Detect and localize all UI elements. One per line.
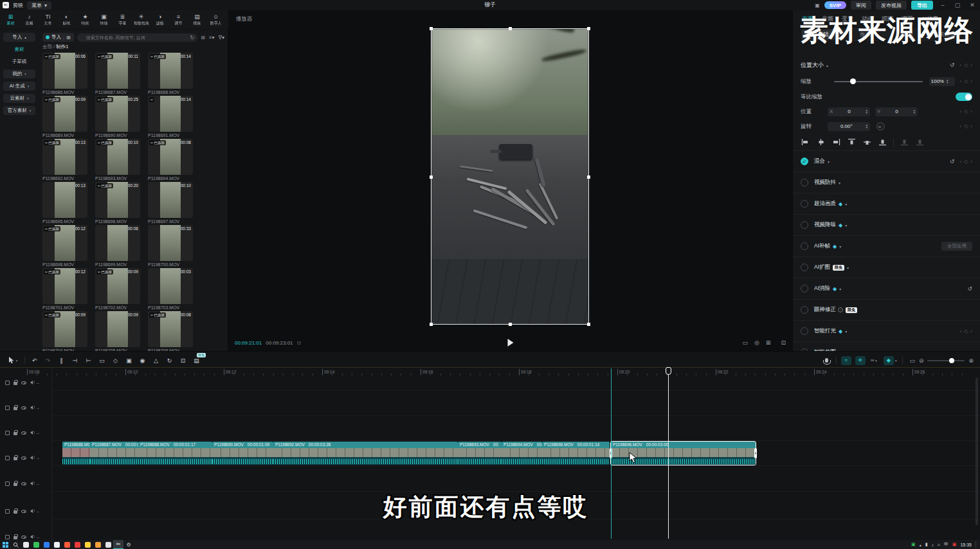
- freeze-frame-button[interactable]: ◉: [136, 356, 149, 366]
- transform-handle[interactable]: [509, 323, 512, 326]
- visibility-icon[interactable]: [21, 381, 26, 384]
- keyframe-controls[interactable]: ‹◇›: [960, 123, 973, 129]
- crop-button[interactable]: ▣: [122, 356, 136, 366]
- chevron-down-icon[interactable]: ▾: [839, 287, 841, 291]
- scale-slider[interactable]: [834, 81, 923, 82]
- voiceover-mic-icon[interactable]: [825, 358, 828, 363]
- keyframe-controls[interactable]: ‹◇›: [960, 62, 973, 68]
- tab-滤镜[interactable]: ◑滤镜: [150, 10, 169, 29]
- collapse-icon[interactable]: ▴: [826, 63, 828, 68]
- position-size-header[interactable]: 位置大小: [801, 61, 824, 69]
- mute-icon[interactable]: [30, 535, 33, 539]
- split-screen-icon[interactable]: ⊞: [766, 339, 771, 346]
- visibility-icon[interactable]: [21, 456, 26, 460]
- sidebar-item-子草稿[interactable]: 子草稿: [12, 57, 27, 66]
- more-icon[interactable]: ‒: [37, 431, 39, 435]
- media-item[interactable]: ✂已添加00:13P1198692.MOV: [42, 139, 87, 182]
- rotate-field[interactable]: 0.00°▲▼: [828, 122, 870, 131]
- media-item[interactable]: ✂已添加00:10P1198693.MOV: [95, 139, 140, 182]
- magnet-icon[interactable]: ✛: [855, 356, 866, 365]
- transform-handle[interactable]: [587, 176, 590, 179]
- media-item[interactable]: ✂已添加00:09P1198702.MOV: [95, 268, 140, 311]
- tab-转场[interactable]: ▣转场: [95, 10, 113, 29]
- media-item[interactable]: ✂已添加00:12P1198698.MOV: [42, 225, 87, 268]
- taskbar-app[interactable]: [62, 540, 72, 549]
- redo-button[interactable]: ↷: [41, 356, 55, 366]
- checkbox-AI消除[interactable]: [801, 285, 808, 292]
- timeline-ruler[interactable]: 09:0809:1009:1209:1409:1609:1809:2009:22…: [51, 368, 980, 376]
- taskbar-app[interactable]: [93, 540, 103, 549]
- sidebar-item-我的[interactable]: 我的▾: [3, 69, 35, 78]
- visibility-icon[interactable]: [21, 482, 26, 485]
- tab-特效[interactable]: ★特效: [76, 10, 95, 29]
- align-right-icon[interactable]: [831, 138, 841, 147]
- ratio-crop-button[interactable]: ⊡: [176, 356, 190, 366]
- media-item[interactable]: ✂已添加00:14P1198688.MOV: [148, 53, 193, 96]
- chevron-down-icon[interactable]: ▾: [847, 266, 849, 270]
- lock-icon[interactable]: [14, 432, 17, 435]
- visibility-icon[interactable]: [21, 406, 26, 410]
- cast-icon[interactable]: ▣: [815, 3, 820, 8]
- align-bottom-icon[interactable]: [878, 138, 887, 147]
- undo-button[interactable]: ↶: [28, 356, 41, 366]
- link-dropdown[interactable]: ∞▾: [871, 357, 877, 363]
- sidebar-item-AI 生成[interactable]: AI 生成▾: [3, 82, 35, 91]
- visibility-icon[interactable]: [21, 536, 26, 539]
- import-section[interactable]: 导入▴: [3, 33, 35, 42]
- timeline-clip[interactable]: P1198692.MOV00:00:03:28: [273, 442, 458, 465]
- chevron-down-icon[interactable]: ▾: [845, 223, 847, 228]
- record-button[interactable]: ▤限免: [190, 356, 203, 366]
- zoom-fit-icon[interactable]: ◎: [754, 339, 759, 346]
- taskbar-app[interactable]: [72, 540, 82, 549]
- timeline-clip[interactable]: P1198694.MOV00:: [502, 442, 542, 465]
- menu-button[interactable]: 菜单▾: [27, 1, 51, 10]
- taskbar-app[interactable]: [31, 540, 41, 549]
- keyframe-controls[interactable]: ‹◇›: [960, 109, 973, 114]
- keyframe-controls[interactable]: ‹◇›: [960, 159, 973, 165]
- taskbar-app-active[interactable]: ✂: [113, 540, 123, 549]
- svip-badge[interactable]: SVIP: [824, 1, 846, 9]
- checkbox-AI扩图[interactable]: [801, 264, 808, 271]
- media-item[interactable]: 00:10P1198697.MOV: [148, 182, 193, 225]
- lock-icon[interactable]: [14, 536, 17, 539]
- auto-ripple-icon[interactable]: ≈: [841, 356, 851, 365]
- delete-button[interactable]: ▭: [95, 356, 109, 366]
- chevron-down-icon[interactable]: ▾: [839, 181, 840, 185]
- tab-贴纸[interactable]: ◐贴纸: [57, 10, 76, 29]
- timeline-clip[interactable]: P1198687.MOV00:00:0: [90, 442, 138, 465]
- timeline-zoom-slider[interactable]: [927, 360, 965, 361]
- taskbar-app[interactable]: [51, 540, 62, 549]
- media-item[interactable]: ✂已添加00:25P1198690.MOV: [95, 96, 140, 139]
- timeline-scrollbar[interactable]: [975, 377, 978, 525]
- position-y-field[interactable]: Y 0▲▼: [875, 107, 918, 116]
- export-button[interactable]: 导出: [911, 1, 933, 10]
- playhead-handle[interactable]: [666, 367, 671, 375]
- position-x-field[interactable]: X 0▲▼: [828, 107, 870, 116]
- mute-icon[interactable]: [30, 381, 33, 384]
- tab-模板[interactable]: ▤模板: [188, 10, 206, 29]
- lock-icon[interactable]: [14, 510, 17, 514]
- ime-indicator[interactable]: 中: [944, 541, 948, 548]
- tab-字幕[interactable]: ≣字幕: [113, 10, 132, 29]
- more-icon[interactable]: ‒: [37, 381, 39, 385]
- more-icon[interactable]: ‒: [37, 509, 39, 514]
- media-item[interactable]: ✂已添加00:08P1198706.MOV: [148, 311, 193, 351]
- grid-import-icon[interactable]: ⊞: [66, 35, 71, 40]
- settings-app[interactable]: ⚙: [123, 540, 134, 549]
- refresh-icon[interactable]: ↻: [190, 35, 195, 40]
- search-input[interactable]: [77, 33, 198, 42]
- review-button[interactable]: 审阅: [851, 1, 871, 10]
- tab-素材[interactable]: ⊞素材: [1, 10, 20, 29]
- mute-icon[interactable]: [30, 482, 33, 485]
- chevron-down-icon[interactable]: ▾: [839, 244, 841, 249]
- media-item[interactable]: ✂已添加00:06P1198686.MOV: [42, 53, 87, 96]
- reset-icon[interactable]: ↺: [950, 158, 955, 165]
- align-vcenter-icon[interactable]: [862, 138, 872, 147]
- lock-icon[interactable]: [14, 457, 17, 460]
- transform-handle[interactable]: [430, 27, 433, 30]
- network-icon[interactable]: ≈: [938, 543, 940, 547]
- tray-expand-icon[interactable]: ▴: [920, 543, 921, 547]
- media-item[interactable]: 00:09P1198705.MOV: [95, 311, 140, 351]
- apply-all-button[interactable]: 全部应用: [941, 242, 972, 251]
- filter-icon[interactable]: ∇▾: [219, 35, 224, 40]
